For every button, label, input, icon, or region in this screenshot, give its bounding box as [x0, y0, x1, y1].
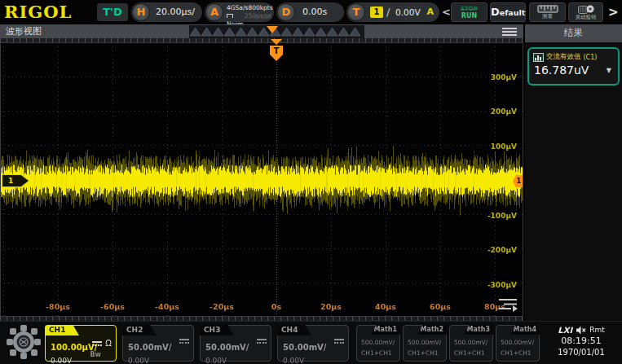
y-axis-tick-label: 300μV — [491, 73, 517, 81]
math2-card[interactable]: Math2 500.00mV/ CH1+CH1 — [403, 325, 447, 362]
trigger-slope-icon: / — [386, 2, 390, 22]
default-button[interactable]: Default — [490, 2, 526, 22]
stop-run-button[interactable]: STOP RUN — [451, 2, 487, 22]
ruler-icon — [537, 5, 558, 13]
math1-tab: Math1 — [371, 325, 400, 335]
horizontal-settings-button[interactable]: H 20.00μs/ — [131, 2, 202, 22]
math2-tab: Math2 — [417, 325, 447, 335]
trigger-settings-button[interactable]: T 1 / 0.00V A — [346, 2, 439, 22]
x-axis-tick-label: 20μs — [313, 302, 349, 311]
measurement-source: (C1) — [584, 54, 598, 61]
pulse-icon — [227, 14, 233, 18]
top-toolbar: RIGOL T'D H 20.00μs/ A 4GSa/s 800kpts No… — [0, 0, 622, 24]
y-axis-tick-label: -100μV — [487, 212, 517, 220]
acquisition-settings-button[interactable]: A 4GSa/s 800kpts Norm 250ps/pt — [205, 2, 274, 22]
math1-expression: CH1+CH1 — [361, 349, 392, 357]
channel-ch1-card[interactable]: CH1 100.00μV/ Ω 0.00V Bw — [45, 325, 117, 362]
y-axis-tick-label: 100μV — [491, 143, 517, 151]
toolbar-scroll-right-icon[interactable]: > — [608, 0, 619, 24]
waveform-display[interactable]: 300μV200μV100μV-100μV-200μV-300μV -80μs-… — [0, 42, 523, 317]
math4-tab: Math4 — [510, 325, 540, 335]
results-panel: 结果 交流有效值 (C1) 16.787uV ▼ — [524, 24, 622, 321]
remote-indicator: Rmt — [589, 326, 605, 334]
impedance-label: Ω — [105, 339, 112, 348]
flex-knob-label: 灵动旋钮 — [576, 15, 597, 20]
y-axis-tick-label: 200μV — [491, 107, 517, 116]
y-axis-tick-label: -200μV — [487, 246, 517, 254]
measure-button[interactable]: 测量 — [529, 2, 566, 22]
trigger-level-value: 0.00V — [395, 2, 421, 22]
delay-value: 0.00s — [302, 2, 327, 22]
speaker-muted-icon — [576, 326, 586, 335]
lxi-logo: LXI — [558, 326, 572, 335]
x-axis-tick-label: -80μs — [40, 302, 76, 311]
delay-settings-button[interactable]: D 0.00s — [276, 2, 344, 22]
waveform-view-title: 波形视图 — [6, 24, 42, 38]
view-menu-icon[interactable] — [502, 28, 517, 37]
dc-coupling-icon — [179, 339, 189, 344]
delay-key-icon: D — [277, 3, 295, 21]
gear-icon — [6, 324, 42, 360]
dc-coupling-icon — [334, 339, 344, 344]
stop-label: STOP — [452, 6, 487, 12]
ch3-tab: CH3 — [200, 325, 234, 335]
math1-scale: 500.00mV/ — [361, 339, 395, 346]
preview-trigger-position-icon[interactable] — [267, 26, 278, 33]
math3-expression: CH1+CH1 — [454, 349, 485, 357]
x-axis-tick-label: 0s — [258, 302, 294, 311]
x-axis-tick-label: -40μs — [149, 302, 185, 311]
ch1-bandwidth-label: Bw — [90, 351, 102, 358]
dc-coupling-icon — [92, 341, 102, 346]
math4-card[interactable]: Math4 500.00mV/ CH1+CH1 — [496, 325, 540, 362]
trigger-status-badge: T'D — [97, 3, 128, 21]
sample-rate-value: 4GSa/s — [227, 4, 248, 12]
x-axis-tick-label: 40μs — [368, 302, 404, 311]
plot-quick-menu-icon[interactable] — [497, 297, 518, 312]
trigger-key-icon: T — [347, 3, 365, 21]
ch2-offset: 0.00V — [128, 357, 149, 364]
system-status-block[interactable]: LXI Rmt 08:19:51 1970/01/01 — [543, 324, 620, 357]
math4-scale: 500.00mV/ — [501, 339, 534, 346]
measurement-label: 交流有效值 — [546, 52, 581, 62]
settings-gear-button[interactable] — [5, 324, 42, 362]
math1-card[interactable]: Math1 500.00mV/ CH1+CH1 — [356, 325, 400, 362]
math4-expression: CH1+CH1 — [501, 349, 532, 357]
math3-card[interactable]: Math3 500.00mV/ CH1+CH1 — [449, 325, 493, 362]
channel-status-bar: CH1 100.00μV/ Ω 0.00V Bw CH2 50.00mV/ 0.… — [0, 321, 622, 364]
flex-knob-button[interactable]: 灵动旋钮 — [568, 2, 603, 22]
trigger-sweep-mode: A — [426, 2, 434, 22]
ch1-tab: CH1 — [45, 325, 79, 335]
trigger-source-badge: 1 — [370, 7, 383, 18]
ch2-tab: CH2 — [122, 325, 157, 335]
measurement-stat-icon — [533, 53, 544, 62]
measurement-result-card[interactable]: 交流有效值 (C1) 16.787uV ▼ — [527, 47, 620, 86]
ch1-offset: 0.00V — [51, 357, 72, 364]
math2-scale: 500.00mV/ — [408, 339, 441, 346]
run-label: RUN — [452, 12, 487, 20]
waveform-canvas — [0, 42, 523, 317]
measurement-dropdown-icon[interactable]: ▼ — [607, 67, 611, 74]
memory-waveform-preview[interactable] — [189, 25, 364, 38]
ch4-offset: 0.00V — [283, 357, 304, 364]
measure-label: 测量 — [542, 14, 553, 20]
ch4-tab: CH4 — [277, 325, 311, 335]
trigger-position-pointer-icon[interactable] — [271, 39, 282, 45]
measurement-value: 16.787uV — [534, 64, 589, 77]
math2-expression: CH1+CH1 — [408, 349, 439, 357]
math3-tab: Math3 — [464, 325, 493, 335]
results-panel-title: 结果 — [525, 24, 622, 42]
ch3-offset: 0.00V — [205, 357, 227, 364]
channel-ch3-card[interactable]: CH3 50.00mV/ 0.00V — [200, 325, 271, 362]
channel-ch2-card[interactable]: CH2 50.00mV/ 0.00V — [122, 325, 194, 362]
channel-ch4-card[interactable]: CH4 50.00mV/ 0.00V — [277, 325, 349, 362]
math3-scale: 500.00mV/ — [454, 339, 487, 346]
acquisition-key-icon: A — [205, 3, 223, 21]
x-axis-tick-label: -20μs — [204, 302, 240, 311]
memory-depth-value: 800kpts — [248, 4, 272, 12]
oscilloscope-screen: RIGOL T'D H 20.00μs/ A 4GSa/s 800kpts No… — [0, 0, 622, 364]
dc-coupling-icon — [257, 339, 267, 344]
knob-icon — [578, 4, 594, 14]
toolbar-scroll-left-icon[interactable]: < — [442, 0, 451, 24]
horizontal-scale-value: 20.00μs/ — [156, 2, 195, 22]
waveform-view-titlebar: 波形视图 — [0, 24, 523, 42]
